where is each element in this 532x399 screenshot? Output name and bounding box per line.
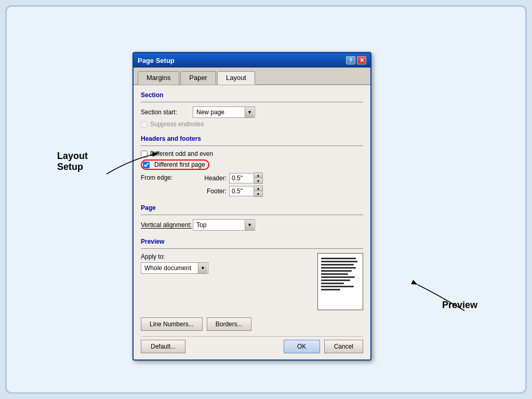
footer-spinner-buttons: ▲ ▼ <box>254 185 263 197</box>
layout-setup-annotation: Layout Setup <box>57 151 88 172</box>
line-numbers-button[interactable]: Line Numbers... <box>141 317 203 331</box>
page-setup-dialog: Page Setup ? ✕ Margins Paper Layout Sect… <box>132 52 371 361</box>
header-row: Header: ▲ ▼ <box>203 172 263 184</box>
vertical-alignment-select[interactable]: Top Center Bottom Justified <box>193 219 255 231</box>
section-title: Section <box>141 91 363 99</box>
ok-button[interactable]: OK <box>284 340 320 353</box>
apply-to-select[interactable]: Whole document This section This point f… <box>141 262 208 274</box>
default-button[interactable]: Default... <box>141 340 185 353</box>
headers-footers-title: Headers and footers <box>141 135 363 142</box>
preview-line-7 <box>321 276 355 278</box>
preview-line-8 <box>321 280 350 281</box>
section-start-label: Section start: <box>141 109 193 116</box>
action-buttons: Default... OK Cancel <box>141 336 363 353</box>
section-start-row: Section start: New page ▼ <box>141 107 363 118</box>
from-edge-label: From edge: <box>141 174 182 181</box>
preview-area: Apply to: Whole document This section Th… <box>141 253 363 310</box>
tabs-container: Margins Paper Layout <box>134 68 370 85</box>
suppress-endnotes-checkbox[interactable] <box>141 121 148 128</box>
ok-cancel-group: OK Cancel <box>284 340 363 353</box>
preview-line-2 <box>321 261 357 262</box>
section-group: Section Section start: New page ▼ Suppre… <box>141 91 363 128</box>
suppress-endnotes-label: Suppress endnotes <box>150 121 204 128</box>
header-down-button[interactable]: ▼ <box>254 178 262 183</box>
preview-annotation: Preview <box>442 300 477 311</box>
tab-paper[interactable]: Paper <box>180 71 216 85</box>
footer-row: Footer: ▲ ▼ <box>203 185 263 197</box>
header-spinner: ▲ ▼ <box>229 172 263 184</box>
different-odd-even-row: Different odd and even <box>141 150 363 157</box>
extra-buttons-row: Line Numbers... Borders... <box>141 317 363 331</box>
dialog-body: Section Section start: New page ▼ Suppre… <box>134 85 370 360</box>
footer-down-button[interactable]: ▼ <box>254 191 262 196</box>
title-bar: Page Setup ? ✕ <box>134 53 370 68</box>
vertical-alignment-select-wrapper: Top Center Bottom Justified ▼ <box>193 219 255 231</box>
different-first-page-highlight: Different first page <box>141 159 209 170</box>
title-bar-buttons: ? ✕ <box>346 56 366 64</box>
footer-spinner: ▲ ▼ <box>229 185 263 197</box>
section-start-select[interactable]: New page <box>193 107 255 118</box>
preview-section-title: Preview <box>141 238 363 245</box>
close-button[interactable]: ✕ <box>357 56 366 64</box>
vertical-alignment-label: Vertical alignment: <box>141 221 193 229</box>
cancel-button[interactable]: Cancel <box>324 340 363 353</box>
different-first-page-label: Different first page <box>154 161 205 168</box>
vertical-alignment-row: Vertical alignment: Top Center Bottom Ju… <box>141 219 363 231</box>
suppress-endnotes-row: Suppress endnotes <box>141 121 363 128</box>
different-odd-even-label: Different odd and even <box>150 150 213 157</box>
header-up-button[interactable]: ▲ <box>254 173 262 178</box>
preview-line-5 <box>321 270 352 272</box>
footer-input[interactable] <box>229 186 254 196</box>
headers-footers-group: Headers and footers Different odd and ev… <box>141 135 363 197</box>
dialog-title: Page Setup <box>138 57 175 64</box>
page-title: Page <box>141 204 363 211</box>
preview-line-11 <box>321 289 340 290</box>
header-label: Header: <box>203 175 227 182</box>
from-edge-container: From edge: Header: ▲ ▼ <box>141 172 363 197</box>
preview-controls: Apply to: Whole document This section Th… <box>141 253 309 274</box>
tab-margins[interactable]: Margins <box>138 71 179 85</box>
preview-line-4 <box>321 267 356 269</box>
different-first-page-row: Different first page <box>141 159 363 170</box>
header-input[interactable] <box>229 173 254 183</box>
borders-button[interactable]: Borders... <box>207 317 251 331</box>
help-button[interactable]: ? <box>346 56 355 64</box>
edge-fields: Header: ▲ ▼ Footer: <box>203 172 263 197</box>
different-first-page-checkbox[interactable] <box>143 162 150 168</box>
preview-document <box>317 253 363 310</box>
preview-line-6 <box>321 273 348 275</box>
apply-to-label: Apply to: <box>141 253 309 260</box>
different-odd-even-checkbox[interactable] <box>141 151 148 157</box>
tab-layout[interactable]: Layout <box>217 71 255 85</box>
preview-line-3 <box>321 264 354 265</box>
apply-to-select-wrapper: Whole document This section This point f… <box>141 262 208 274</box>
preview-line-10 <box>321 286 354 287</box>
preview-line-9 <box>321 283 344 284</box>
header-spinner-buttons: ▲ ▼ <box>254 172 263 184</box>
preview-line-1 <box>321 258 356 259</box>
section-start-select-wrapper: New page ▼ <box>193 107 255 118</box>
footer-up-button[interactable]: ▲ <box>254 186 262 191</box>
footer-label: Footer: <box>203 188 227 195</box>
preview-group: Preview Apply to: Whole document This se… <box>141 238 363 310</box>
page-group: Page Vertical alignment: Top Center Bott… <box>141 204 363 231</box>
